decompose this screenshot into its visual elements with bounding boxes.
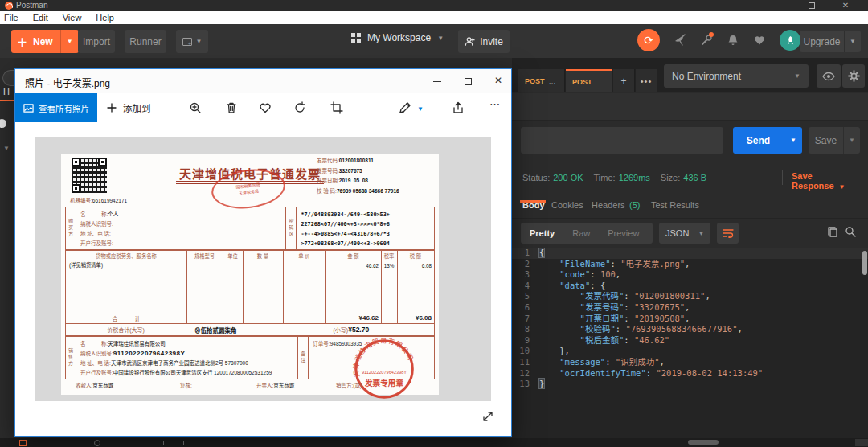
satellite-icon[interactable] [674, 34, 686, 47]
size-value: 436 B [683, 173, 706, 182]
bell-icon[interactable] [727, 34, 739, 47]
response-body-code[interactable]: 1{2 "FileName": "电子发票.png",3 "code": 100… [512, 248, 868, 438]
sum-row: 价税合计(大写) ⊗伍拾贰圆柒角 (小写) ¥52.70 [65, 324, 435, 336]
password-line: -+--4>0885<+74-<4316/8+6/*3 [301, 229, 434, 239]
workspace-switcher[interactable]: My Workspace ▼ [351, 32, 444, 43]
total-row: 合 计 ¥46.62 ¥6.08 [66, 313, 434, 323]
sidebar-sliver: H ▼ [0, 58, 14, 438]
close-button[interactable]: ✕ [837, 1, 854, 10]
photos-maximize-button[interactable] [456, 76, 480, 88]
view-segment: Pretty Raw Preview [521, 223, 653, 244]
zoom-icon[interactable] [189, 101, 202, 114]
code-line: 11 "message": "识别成功", [512, 357, 868, 368]
minimize-button[interactable] [768, 1, 784, 10]
code-line: 9 "税后金额": "46.62" [512, 335, 868, 347]
items-table: 货物或应税劳务、服务名称规格型号 单位数 量 单 价金 额 税率税 额 (详见销… [65, 250, 435, 324]
tab-test-results[interactable]: Test Results [651, 200, 699, 210]
request-tab-2[interactable]: POST… [566, 69, 612, 92]
footer-icon-2[interactable] [94, 440, 100, 446]
invoice-photo[interactable]: 机器编号:661619942171 天津增值税电子普通发票 国家税务总局 天津税… [35, 137, 491, 401]
code-line: 6 "发票号码": "33207675", [512, 302, 868, 314]
chevron-down-icon[interactable]: ▼ [61, 38, 79, 45]
seller-vertical-label: 销售方 [66, 337, 76, 379]
new-tab-button[interactable]: + [613, 69, 635, 92]
heart-icon[interactable] [753, 34, 766, 47]
favorite-heart-icon[interactable] [259, 101, 272, 114]
plus-icon: ＋ [11, 34, 33, 49]
copy-icon[interactable] [827, 226, 838, 240]
new-window-button[interactable]: ▼ [176, 30, 208, 53]
photos-close-button[interactable]: ✕ [486, 75, 510, 86]
edit-chevron-icon[interactable]: ▼ [417, 105, 424, 113]
chevron-down-icon[interactable]: ▼ [3, 145, 10, 152]
view-preview[interactable]: Preview [599, 228, 648, 238]
see-all-photos-button[interactable]: 查看所有照片 [15, 93, 97, 122]
upgrade-button[interactable]: Upgrade ▼ [800, 31, 861, 52]
send-button[interactable]: Send▼ [733, 127, 802, 154]
runner-button[interactable]: Runner [125, 30, 166, 53]
menu-edit[interactable]: Edit [33, 13, 48, 23]
field-row: 发票代码:012001800311 [317, 156, 399, 166]
invite-button[interactable]: Invite [458, 30, 510, 53]
chevron-down-icon[interactable]: ▼ [844, 137, 860, 144]
password-vertical-label: 密码区 [286, 207, 297, 249]
toggle-knob[interactable] [0, 119, 6, 128]
view-raw[interactable]: Raw [563, 228, 599, 238]
setup-icon[interactable] [700, 34, 713, 47]
wrap-lines-button[interactable] [717, 223, 739, 244]
menu-view[interactable]: View [63, 13, 82, 23]
expand-icon[interactable] [481, 410, 494, 423]
chevron-down-icon[interactable]: ▼ [784, 137, 802, 144]
photos-titlebar: 照片 - 电子发票.png ✕ [15, 69, 511, 93]
save-response-button[interactable]: Save Response▼ [792, 171, 868, 191]
sync-icon[interactable]: ⟳ [637, 29, 660, 51]
status-label: Status: [522, 173, 550, 182]
postman-toolbar: ＋ New ▼ Import Runner ▼ My Workspace ▼ I… [0, 24, 868, 58]
field-row: 发票号码:33207675 [317, 166, 399, 177]
photos-toolbar: 查看所有照片 添加到 ▼ ⋯ [15, 93, 511, 122]
tab-cookies[interactable]: Cookies [551, 200, 583, 210]
environment-eye-button[interactable] [817, 64, 841, 88]
save-button[interactable]: Save▼ [809, 127, 860, 154]
settings-gear-button[interactable] [842, 64, 865, 88]
menu-file[interactable]: File [4, 13, 18, 23]
history-tab-partial[interactable]: H [3, 87, 10, 96]
format-select[interactable]: JSON▼ [659, 223, 710, 244]
response-view-row: Pretty Raw Preview JSON▼ [512, 219, 868, 248]
add-to-button[interactable]: 添加到 [99, 93, 159, 122]
tab-options-button[interactable]: ••• [636, 69, 657, 92]
footer-icon-3[interactable] [163, 441, 184, 445]
code-line: 3 "code": 100, [512, 269, 868, 281]
crop-icon[interactable] [330, 101, 343, 114]
view-pretty[interactable]: Pretty [521, 228, 563, 238]
postman-logo-icon [5, 2, 13, 10]
time-value: 1269ms [619, 173, 650, 182]
plus-icon [107, 103, 117, 113]
field-row: 校 验 码:76939 05688 34666 77916 [317, 187, 399, 197]
toolbar-icons: ⟳ [637, 29, 800, 51]
request-tab-1[interactable]: POST… [518, 69, 565, 92]
menu-help[interactable]: Help [96, 13, 114, 23]
more-options-button[interactable]: ⋯ [489, 98, 501, 110]
import-button[interactable]: Import [78, 30, 115, 53]
environment-select[interactable]: No Environment ▼ [664, 64, 809, 88]
photo-icon [23, 103, 34, 113]
share-icon[interactable] [452, 101, 465, 114]
url-input[interactable] [521, 127, 723, 154]
footer-icon-1[interactable] [19, 440, 27, 446]
rotate-icon[interactable] [293, 101, 306, 114]
rocket-icon[interactable] [780, 30, 800, 51]
buyer-vertical-label: 购买方 [66, 207, 76, 249]
app-title: Postman [16, 1, 47, 10]
tab-headers[interactable]: Headers [592, 200, 625, 210]
new-button[interactable]: ＋ New ▼ [11, 30, 79, 53]
delete-icon[interactable] [225, 101, 238, 114]
password-area: *7//048893934-/649-<580>53+227268<07//40… [297, 207, 434, 249]
machine-number: 机器编号:661619942171 [70, 196, 127, 204]
horizontal-scrollbar-thumb[interactable] [688, 440, 719, 445]
maximize-button[interactable] [804, 2, 820, 11]
edit-icon[interactable] [399, 101, 411, 114]
photos-minimize-button[interactable] [425, 76, 449, 87]
search-icon[interactable] [845, 226, 856, 240]
scrollbar-thumb[interactable] [862, 251, 867, 275]
